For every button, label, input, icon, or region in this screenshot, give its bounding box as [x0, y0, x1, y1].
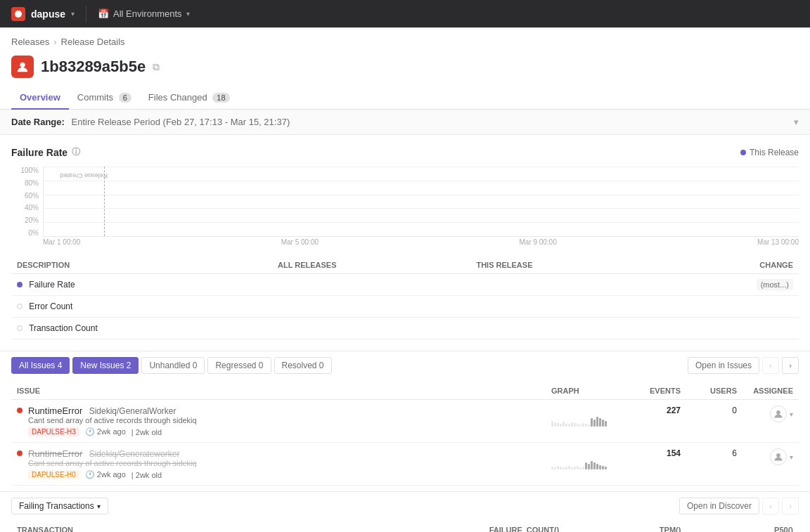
- issue-1-graph: [546, 400, 630, 443]
- tab-commits[interactable]: Commits 6: [69, 86, 140, 110]
- legend-label: This Release: [750, 148, 799, 157]
- date-range-value: Entire Release Period (Feb 27, 17:13 - M…: [71, 117, 290, 127]
- col-transaction: TRANSACTION: [11, 521, 262, 532]
- legend-dot: [740, 150, 746, 155]
- issues-col-issue: ISSUE: [11, 382, 546, 400]
- x-label-1: Mar 1 00:00: [43, 238, 80, 251]
- metric-dot-empty-2: [17, 325, 22, 331]
- table-row[interactable]: RuntimeError Sidekiq/GeneralWorker Cant …: [11, 400, 799, 443]
- col-description: DESCRIPTION: [11, 257, 272, 274]
- assignee-dropdown-icon-2[interactable]: ▾: [790, 453, 793, 461]
- issue-2-subtitle: Sidekiq/Generateworker: [89, 449, 180, 459]
- info-icon[interactable]: ⓘ: [72, 146, 80, 158]
- issues-table: ISSUE GRAPH EVENTS USERS ASSIGNEE Runtim…: [11, 382, 799, 486]
- metric-dot-purple: [17, 282, 22, 287]
- metric-failure-rate: Failure Rate: [11, 274, 272, 296]
- top-nav: dapuse ▾ 📅 All Environments ▾: [0, 0, 810, 28]
- table-row: Error Count: [11, 296, 799, 318]
- issues-next-arrow[interactable]: ›: [782, 357, 799, 374]
- issue-2-description: Cant send array of active records throug…: [28, 459, 197, 467]
- issues-col-assignee: ASSIGNEE: [742, 382, 799, 400]
- col-this-release: THIS RELEASE: [470, 257, 662, 274]
- metric-dot-empty: [17, 304, 22, 309]
- tab-new-issues[interactable]: New Issues 2: [72, 357, 139, 374]
- assignee-dropdown-icon[interactable]: ▾: [790, 410, 793, 418]
- assignee-icon[interactable]: [770, 406, 787, 422]
- assignee-icon-2[interactable]: [770, 448, 787, 465]
- transactions-next-arrow[interactable]: ›: [782, 498, 799, 514]
- release-avatar: [11, 56, 34, 78]
- issues-col-graph: GRAPH: [546, 382, 630, 400]
- metric-error-count: Error Count: [11, 296, 272, 318]
- table-row: Transaction Count: [11, 318, 799, 339]
- copy-icon[interactable]: ⧉: [153, 61, 160, 73]
- y-label-60: 60%: [11, 192, 43, 200]
- x-label-2: Mar 5 00:00: [281, 238, 319, 251]
- issues-prev-arrow[interactable]: ‹: [762, 357, 779, 374]
- chart-y-axis: 100% 80% 60% 40% 20% 0%: [11, 167, 43, 237]
- y-label-40: 40%: [11, 204, 43, 212]
- table-row[interactable]: RuntimeError Sidekiq/Generateworker Cant…: [11, 443, 799, 486]
- app-chevron-icon[interactable]: ▾: [71, 10, 75, 18]
- date-range-bar: Date Range: Entire Release Period (Feb 2…: [0, 110, 810, 135]
- tab-files-changed[interactable]: Files Changed 18: [140, 86, 238, 110]
- release-created-label: Release Created: [60, 172, 108, 179]
- issue-1-cell: RuntimeError Sidekiq/GeneralWorker Cant …: [11, 400, 546, 443]
- col-tpm: TPM(): [565, 521, 686, 532]
- date-range-chevron-icon[interactable]: ▾: [794, 117, 799, 127]
- files-changed-badge: 18: [212, 93, 229, 103]
- tab-regressed[interactable]: Regressed 0: [207, 357, 271, 374]
- env-selector[interactable]: 📅 All Environments ▾: [98, 8, 190, 19]
- issue-2-time: 🕐 2wk ago: [85, 470, 126, 479]
- issue-1-users: 0: [686, 400, 742, 443]
- issue-2-events: 154: [630, 443, 686, 486]
- failure-rate-section: Failure Rate ⓘ This Release 100% 80% 60%…: [0, 135, 810, 351]
- issue-1-subtitle: Sidekiq/GeneralWorker: [89, 406, 176, 416]
- transactions-table: TRANSACTION FAILURE_COUNT() TPM() P50(): [11, 521, 799, 532]
- app-name: dapuse: [31, 8, 65, 20]
- chart-container: 100% 80% 60% 40% 20% 0% Release Created …: [11, 167, 799, 251]
- svg-point-0: [15, 11, 22, 18]
- open-in-discover-button[interactable]: Open in Discover: [679, 498, 759, 514]
- filter-button[interactable]: Failing Transactions ▾: [11, 498, 108, 514]
- failure-rate-title: Failure Rate: [11, 147, 68, 158]
- breadcrumb-separator: ›: [53, 37, 56, 47]
- filter-label: Failing Transactions: [19, 501, 94, 511]
- issues-col-events: EVENTS: [630, 382, 686, 400]
- metric-transaction-count: Transaction Count: [11, 318, 272, 339]
- commits-badge: 6: [119, 93, 131, 103]
- env-chevron-icon: ▾: [186, 10, 190, 18]
- issue-2-users: 6: [686, 443, 742, 486]
- tab-unhandled[interactable]: Unhandled 0: [141, 357, 205, 374]
- y-label-0: 0%: [11, 229, 43, 237]
- issues-col-users: USERS: [686, 382, 742, 400]
- nav-divider: [86, 6, 86, 22]
- issues-tabs: All Issues 4 New Issues 2 Unhandled 0 Re…: [11, 357, 799, 374]
- y-label-80: 80%: [11, 179, 43, 187]
- issue-1-age: | 2wk old: [131, 428, 162, 436]
- date-range-label: Date Range:: [11, 117, 65, 127]
- transactions-prev-arrow[interactable]: ‹: [762, 498, 779, 514]
- change-badge: (most...): [757, 279, 793, 290]
- stats-table: DESCRIPTION ALL RELEASES THIS RELEASE CH…: [11, 257, 799, 339]
- release-header: 1b83289a5b5e ⧉: [0, 53, 810, 86]
- breadcrumb-current: Release Details: [61, 37, 125, 47]
- transactions-header: Failing Transactions ▾ Open in Discover …: [11, 498, 799, 514]
- issue-2-cell: RuntimeError Sidekiq/Generateworker Cant…: [11, 443, 546, 486]
- col-change: CHANGE: [662, 257, 799, 274]
- tab-overview[interactable]: Overview: [11, 86, 69, 110]
- issue-1-assignee: ▾: [742, 400, 799, 443]
- tab-resolved[interactable]: Resolved 0: [274, 357, 332, 374]
- col-p50: P50(): [686, 521, 799, 532]
- svg-point-3: [776, 453, 780, 458]
- issue-1-time: 🕐 2wk ago: [85, 427, 126, 436]
- tab-all-issues[interactable]: All Issues 4: [11, 357, 70, 374]
- chart-area: Release Created: [43, 167, 799, 237]
- col-all-releases: ALL RELEASES: [272, 257, 470, 274]
- breadcrumb-parent[interactable]: Releases: [11, 37, 49, 47]
- issue-1-project: DAPULSE-H3: [28, 427, 79, 436]
- issue-2-graph: [546, 443, 630, 486]
- env-label: All Environments: [113, 8, 182, 19]
- open-in-issues-button[interactable]: Open in Issues: [688, 357, 759, 374]
- chart-x-labels: Mar 1 00:00 Mar 5 00:00 Mar 9 00:00 Mar …: [43, 238, 799, 251]
